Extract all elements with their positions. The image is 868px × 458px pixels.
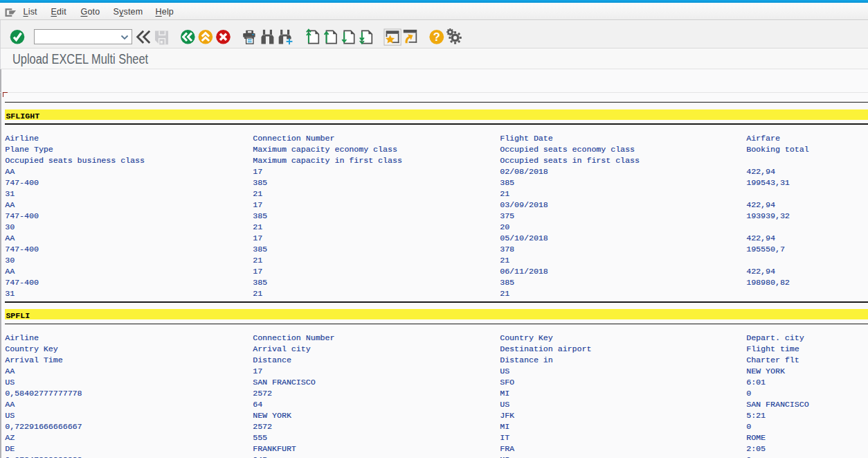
svg-text:?: ? xyxy=(433,30,440,43)
